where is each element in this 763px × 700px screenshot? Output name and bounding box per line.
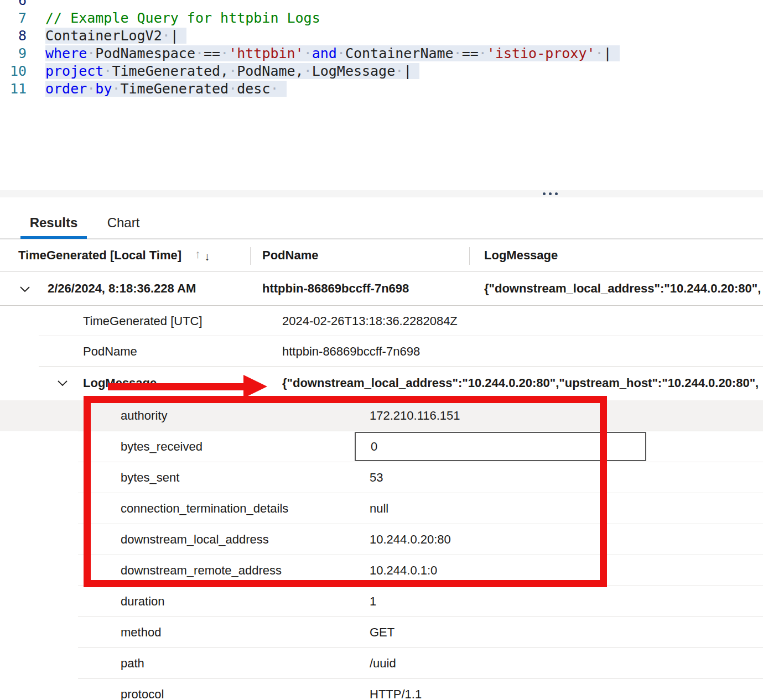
log-field-row[interactable]: duration1 [0,586,763,617]
log-field-label: downstream_local_address [121,524,269,555]
cell-podname[interactable]: httpbin-86869bccff-7n698 [262,272,409,305]
sort-desc-icon[interactable]: ↓ [204,242,210,271]
chevron-down-icon[interactable] [58,380,68,386]
column-header-podname[interactable]: PodName [262,239,318,271]
splitter-handle[interactable] [0,190,763,197]
cell-timegenerated[interactable]: 2/26/2024, 8:18:36.228 AM [48,272,196,305]
log-field-label: method [121,617,161,648]
detail-label: TimeGenerated [UTC] [83,306,203,336]
code-line[interactable]: 7// Example Query for httpbin Logs [0,9,763,27]
detail-row-podname[interactable]: PodName httpbin-86869bccff-7n698 [0,336,763,367]
log-field-row[interactable]: bytes_received0 [0,431,763,462]
log-field-value[interactable]: 10.244.0.20:80 [370,524,451,555]
tab-chart[interactable]: Chart [96,207,151,239]
log-field-label: connection_termination_details [121,493,288,524]
results-tabs: Results Chart [20,207,151,239]
line-number: 10 [0,62,27,80]
code-text[interactable]: where·PodNamespace·==·'httpbin'·and·Cont… [45,45,620,62]
splitter-grip-icon [543,192,558,195]
log-field-row[interactable]: downstream_local_address10.244.0.20:80 [0,524,763,555]
column-resizer[interactable] [250,247,251,265]
log-field-value[interactable]: null [370,493,388,524]
log-field-value[interactable]: 172.210.116.151 [370,400,460,431]
code-line[interactable]: 6 [0,0,763,9]
column-header-timegenerated[interactable]: TimeGenerated [Local Time] [18,239,181,271]
code-text[interactable]: ContainerLogV2·| [45,27,186,45]
line-number: 11 [0,80,27,98]
log-field-value[interactable]: GET [370,617,395,648]
line-number: 9 [0,45,27,62]
log-field-value[interactable]: 53 [370,462,383,493]
detail-row-logmessage[interactable]: LogMessage {"downstream_local_address":"… [0,367,763,400]
log-analytics-pane: 67// Example Query for httpbin Logs8Cont… [0,0,763,700]
code-line[interactable]: 9where·PodNamespace·==·'httpbin'·and·Con… [0,45,763,62]
code-text[interactable]: // Example Query for httpbin Logs [45,9,320,27]
log-field-value[interactable]: 1 [370,586,376,617]
code-line[interactable]: 10project·TimeGenerated,·PodName,·LogMes… [0,62,763,80]
log-field-value[interactable]: HTTP/1.1 [370,679,422,700]
log-field-row[interactable]: methodGET [0,617,763,648]
log-field-row[interactable]: authority172.210.116.151 [0,400,763,431]
log-field-list: authority172.210.116.151bytes_received0b… [0,400,763,700]
code-text[interactable]: order·by·TimeGenerated·desc· [45,80,287,98]
line-number: 6 [0,0,27,9]
log-field-label: downstream_remote_address [121,555,282,586]
detail-value[interactable]: {"downstream_local_address":"10.244.0.20… [282,367,763,399]
log-field-row[interactable]: bytes_sent53 [0,462,763,493]
log-field-label: protocol [121,679,164,700]
code-line[interactable]: 8ContainerLogV2·| [0,27,763,45]
sort-asc-icon[interactable]: ↑ [195,239,201,269]
log-field-label: authority [121,400,167,431]
tab-results[interactable]: Results [20,207,87,239]
log-field-value[interactable]: 10.244.0.1:0 [370,555,437,586]
tab-chart-label: Chart [107,215,140,231]
column-header-logmessage[interactable]: LogMessage [484,239,558,271]
tab-results-label: Results [30,215,78,231]
detail-label: PodName [83,336,137,367]
log-field-label: bytes_received [121,431,203,462]
results-table-header: TimeGenerated [Local Time] ↑ ↓ PodName L… [0,239,763,271]
query-editor[interactable]: 67// Example Query for httpbin Logs8Cont… [0,0,763,98]
column-resizer[interactable] [469,247,470,265]
detail-value[interactable]: 2024-02-26T13:18:36.2282084Z [282,306,458,336]
focused-cell[interactable]: 0 [355,432,646,461]
log-field-label: bytes_sent [121,462,179,493]
detail-label: LogMessage [83,367,157,399]
table-row[interactable]: 2/26/2024, 8:18:36.228 AM httpbin-86869b… [0,272,763,306]
log-field-row[interactable]: connection_termination_detailsnull [0,493,763,524]
detail-value[interactable]: httpbin-86869bccff-7n698 [282,336,420,367]
line-number: 7 [0,9,27,27]
log-field-label: path [121,648,144,679]
code-text[interactable]: project·TimeGenerated,·PodName,·LogMessa… [45,62,419,80]
log-field-row[interactable]: downstream_remote_address10.244.0.1:0 [0,555,763,586]
cell-logmessage[interactable]: {"downstream_local_address":"10.244.0.20… [484,272,763,305]
log-field-label: duration [121,586,165,617]
log-field-value[interactable]: 0 [371,433,377,460]
line-number: 8 [0,27,27,45]
log-field-row[interactable]: protocolHTTP/1.1 [0,679,763,700]
chevron-down-icon[interactable] [20,286,30,292]
code-line[interactable]: 11order·by·TimeGenerated·desc· [0,80,763,98]
log-field-row[interactable]: path/uuid [0,648,763,679]
detail-row-timegenerated-utc[interactable]: TimeGenerated [UTC] 2024-02-26T13:18:36.… [0,306,763,336]
log-field-value[interactable]: /uuid [370,648,396,679]
